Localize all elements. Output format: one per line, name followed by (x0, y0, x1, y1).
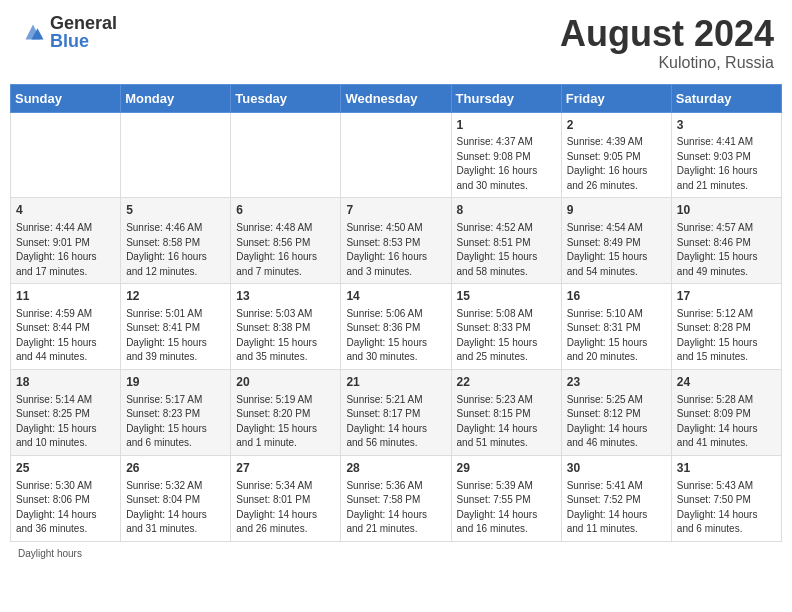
table-row: 21Sunrise: 5:21 AMSunset: 8:17 PMDayligh… (341, 369, 451, 455)
logo-icon (18, 17, 48, 47)
day-number: 7 (346, 202, 445, 219)
day-info: Sunrise: 4:54 AMSunset: 8:49 PMDaylight:… (567, 221, 666, 279)
footer: Daylight hours (10, 548, 782, 559)
calendar-week-row: 18Sunrise: 5:14 AMSunset: 8:25 PMDayligh… (11, 369, 782, 455)
day-info: Sunrise: 4:52 AMSunset: 8:51 PMDaylight:… (457, 221, 556, 279)
day-number: 1 (457, 117, 556, 134)
day-info: Sunrise: 5:06 AMSunset: 8:36 PMDaylight:… (346, 307, 445, 365)
day-info: Sunrise: 5:34 AMSunset: 8:01 PMDaylight:… (236, 479, 335, 537)
day-info: Sunrise: 5:17 AMSunset: 8:23 PMDaylight:… (126, 393, 225, 451)
table-row: 12Sunrise: 5:01 AMSunset: 8:41 PMDayligh… (121, 284, 231, 370)
title-section: August 2024 Kulotino, Russia (560, 14, 774, 72)
day-info: Sunrise: 4:37 AMSunset: 9:08 PMDaylight:… (457, 135, 556, 193)
table-row: 8Sunrise: 4:52 AMSunset: 8:51 PMDaylight… (451, 198, 561, 284)
day-info: Sunrise: 5:25 AMSunset: 8:12 PMDaylight:… (567, 393, 666, 451)
day-info: Sunrise: 5:30 AMSunset: 8:06 PMDaylight:… (16, 479, 115, 537)
day-info: Sunrise: 4:48 AMSunset: 8:56 PMDaylight:… (236, 221, 335, 279)
header-monday: Monday (121, 84, 231, 112)
day-info: Sunrise: 5:14 AMSunset: 8:25 PMDaylight:… (16, 393, 115, 451)
table-row: 16Sunrise: 5:10 AMSunset: 8:31 PMDayligh… (561, 284, 671, 370)
day-info: Sunrise: 5:43 AMSunset: 7:50 PMDaylight:… (677, 479, 776, 537)
day-info: Sunrise: 5:10 AMSunset: 8:31 PMDaylight:… (567, 307, 666, 365)
page-header: General Blue August 2024 Kulotino, Russi… (10, 10, 782, 76)
day-number: 25 (16, 460, 115, 477)
day-info: Sunrise: 4:46 AMSunset: 8:58 PMDaylight:… (126, 221, 225, 279)
month-year-title: August 2024 (560, 14, 774, 54)
table-row: 9Sunrise: 4:54 AMSunset: 8:49 PMDaylight… (561, 198, 671, 284)
day-number: 5 (126, 202, 225, 219)
day-number: 20 (236, 374, 335, 391)
day-number: 26 (126, 460, 225, 477)
day-number: 18 (16, 374, 115, 391)
table-row: 1Sunrise: 4:37 AMSunset: 9:08 PMDaylight… (451, 112, 561, 198)
day-number: 8 (457, 202, 556, 219)
table-row: 31Sunrise: 5:43 AMSunset: 7:50 PMDayligh… (671, 455, 781, 541)
day-number: 31 (677, 460, 776, 477)
daylight-label: Daylight hours (18, 548, 782, 559)
day-info: Sunrise: 5:21 AMSunset: 8:17 PMDaylight:… (346, 393, 445, 451)
calendar-header-row: Sunday Monday Tuesday Wednesday Thursday… (11, 84, 782, 112)
day-number: 22 (457, 374, 556, 391)
day-number: 6 (236, 202, 335, 219)
day-number: 28 (346, 460, 445, 477)
calendar-week-row: 4Sunrise: 4:44 AMSunset: 9:01 PMDaylight… (11, 198, 782, 284)
day-info: Sunrise: 5:39 AMSunset: 7:55 PMDaylight:… (457, 479, 556, 537)
table-row: 5Sunrise: 4:46 AMSunset: 8:58 PMDaylight… (121, 198, 231, 284)
table-row: 15Sunrise: 5:08 AMSunset: 8:33 PMDayligh… (451, 284, 561, 370)
header-tuesday: Tuesday (231, 84, 341, 112)
table-row (341, 112, 451, 198)
day-number: 24 (677, 374, 776, 391)
calendar-table: Sunday Monday Tuesday Wednesday Thursday… (10, 84, 782, 542)
calendar-week-row: 1Sunrise: 4:37 AMSunset: 9:08 PMDaylight… (11, 112, 782, 198)
table-row: 13Sunrise: 5:03 AMSunset: 8:38 PMDayligh… (231, 284, 341, 370)
header-sunday: Sunday (11, 84, 121, 112)
day-number: 17 (677, 288, 776, 305)
day-info: Sunrise: 4:44 AMSunset: 9:01 PMDaylight:… (16, 221, 115, 279)
table-row: 29Sunrise: 5:39 AMSunset: 7:55 PMDayligh… (451, 455, 561, 541)
header-thursday: Thursday (451, 84, 561, 112)
day-number: 15 (457, 288, 556, 305)
location-title: Kulotino, Russia (560, 54, 774, 72)
logo-text: General Blue (50, 14, 117, 50)
table-row: 4Sunrise: 4:44 AMSunset: 9:01 PMDaylight… (11, 198, 121, 284)
day-info: Sunrise: 4:50 AMSunset: 8:53 PMDaylight:… (346, 221, 445, 279)
day-info: Sunrise: 5:23 AMSunset: 8:15 PMDaylight:… (457, 393, 556, 451)
day-number: 10 (677, 202, 776, 219)
table-row: 2Sunrise: 4:39 AMSunset: 9:05 PMDaylight… (561, 112, 671, 198)
header-friday: Friday (561, 84, 671, 112)
table-row: 11Sunrise: 4:59 AMSunset: 8:44 PMDayligh… (11, 284, 121, 370)
header-saturday: Saturday (671, 84, 781, 112)
table-row: 30Sunrise: 5:41 AMSunset: 7:52 PMDayligh… (561, 455, 671, 541)
logo: General Blue (18, 14, 117, 50)
day-info: Sunrise: 5:41 AMSunset: 7:52 PMDaylight:… (567, 479, 666, 537)
table-row: 24Sunrise: 5:28 AMSunset: 8:09 PMDayligh… (671, 369, 781, 455)
table-row: 17Sunrise: 5:12 AMSunset: 8:28 PMDayligh… (671, 284, 781, 370)
day-info: Sunrise: 5:19 AMSunset: 8:20 PMDaylight:… (236, 393, 335, 451)
table-row (11, 112, 121, 198)
table-row: 18Sunrise: 5:14 AMSunset: 8:25 PMDayligh… (11, 369, 121, 455)
table-row: 26Sunrise: 5:32 AMSunset: 8:04 PMDayligh… (121, 455, 231, 541)
day-number: 27 (236, 460, 335, 477)
day-number: 16 (567, 288, 666, 305)
header-wednesday: Wednesday (341, 84, 451, 112)
day-info: Sunrise: 5:03 AMSunset: 8:38 PMDaylight:… (236, 307, 335, 365)
table-row: 28Sunrise: 5:36 AMSunset: 7:58 PMDayligh… (341, 455, 451, 541)
day-number: 9 (567, 202, 666, 219)
day-number: 19 (126, 374, 225, 391)
calendar-week-row: 11Sunrise: 4:59 AMSunset: 8:44 PMDayligh… (11, 284, 782, 370)
table-row: 10Sunrise: 4:57 AMSunset: 8:46 PMDayligh… (671, 198, 781, 284)
table-row: 27Sunrise: 5:34 AMSunset: 8:01 PMDayligh… (231, 455, 341, 541)
day-info: Sunrise: 4:39 AMSunset: 9:05 PMDaylight:… (567, 135, 666, 193)
day-info: Sunrise: 4:59 AMSunset: 8:44 PMDaylight:… (16, 307, 115, 365)
day-number: 12 (126, 288, 225, 305)
logo-general: General (50, 14, 117, 32)
day-number: 3 (677, 117, 776, 134)
day-number: 21 (346, 374, 445, 391)
day-number: 4 (16, 202, 115, 219)
day-info: Sunrise: 5:01 AMSunset: 8:41 PMDaylight:… (126, 307, 225, 365)
table-row: 7Sunrise: 4:50 AMSunset: 8:53 PMDaylight… (341, 198, 451, 284)
table-row: 22Sunrise: 5:23 AMSunset: 8:15 PMDayligh… (451, 369, 561, 455)
table-row: 23Sunrise: 5:25 AMSunset: 8:12 PMDayligh… (561, 369, 671, 455)
table-row: 14Sunrise: 5:06 AMSunset: 8:36 PMDayligh… (341, 284, 451, 370)
table-row: 20Sunrise: 5:19 AMSunset: 8:20 PMDayligh… (231, 369, 341, 455)
